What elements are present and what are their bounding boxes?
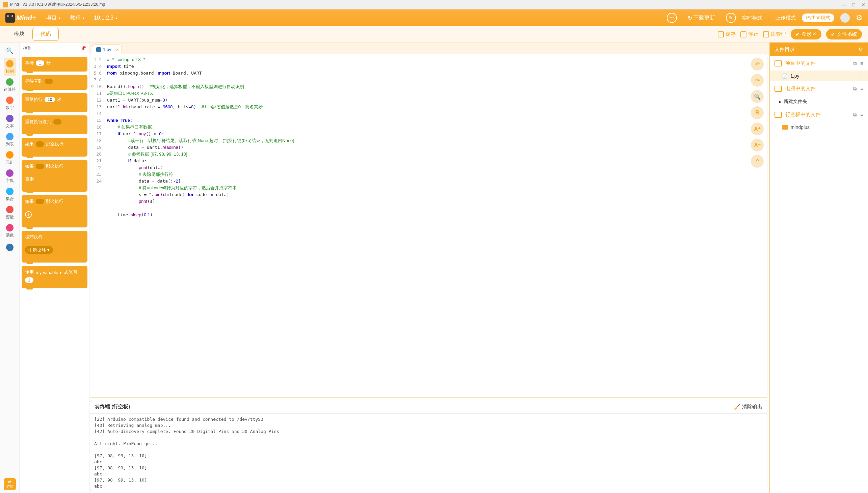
menu-tutorial[interactable]: 教程 bbox=[65, 15, 89, 22]
close-window-button[interactable]: ✕ bbox=[861, 2, 865, 7]
save-button[interactable]: 保存 bbox=[718, 31, 736, 38]
rail-item-列表[interactable]: 列表 bbox=[4, 131, 16, 149]
folder-icon bbox=[782, 125, 788, 130]
search-icon[interactable]: 🔍 bbox=[0, 45, 19, 57]
file-panel-title: 文件目录 bbox=[775, 46, 795, 52]
close-tab-icon[interactable]: × bbox=[116, 47, 119, 52]
category-rail: 🔍 控制运算符数字文本列表元组字典集合变量函数 ⇄扩展 bbox=[0, 43, 20, 493]
refresh-icon[interactable]: ⟳ bbox=[859, 46, 863, 52]
menu-icon[interactable]: ≡ bbox=[860, 86, 863, 92]
minimize-button[interactable]: — bbox=[842, 2, 846, 7]
top-menu-bar: Mind+ 项目 教程 10.1.2.3 〰 ↻ 下载更新 ✎ 实时模式 | 上… bbox=[0, 9, 868, 26]
tab-code[interactable]: 代码 bbox=[33, 28, 59, 41]
section-board-files[interactable]: 行空板中的文件 ⧉≡ bbox=[770, 107, 868, 122]
broom-icon: 🧹 bbox=[734, 404, 740, 410]
menu-project[interactable]: 项目 bbox=[41, 15, 65, 22]
save-icon bbox=[718, 31, 724, 38]
file-icon: 📄 bbox=[782, 73, 788, 79]
mode-realtime[interactable]: 实时模式 bbox=[742, 15, 762, 21]
add-file-icon[interactable]: ⧉ bbox=[853, 60, 857, 66]
editor-tool-3[interactable]: B bbox=[751, 106, 764, 119]
file-more-icon[interactable]: ⋮ bbox=[859, 73, 863, 79]
editor-tool-5[interactable]: A⁻ bbox=[751, 139, 764, 151]
mode-upload[interactable]: 上传模式 bbox=[776, 15, 796, 21]
rail-item-控制[interactable]: 控制 bbox=[4, 58, 16, 76]
menu-icon[interactable]: ≡ bbox=[860, 60, 863, 66]
app-logo: Mind+ bbox=[5, 13, 36, 23]
block-item[interactable]: 如果那么执行+ bbox=[22, 195, 87, 228]
rail-item-元组[interactable]: 元组 bbox=[4, 149, 16, 167]
file-directory-panel: 文件目录⟳ 项目中的文件 ⧉≡ 📄 1.py ⋮ 电脑中的文件 ⧉≡ ▸ 新建文… bbox=[769, 43, 868, 493]
window-title: Mind+ V1.8.0 RC1.0 新建项目-2024/6/5-12:33:2… bbox=[10, 2, 105, 7]
add-file-icon[interactable]: ⧉ bbox=[853, 112, 857, 118]
maximize-button[interactable]: □ bbox=[852, 2, 855, 7]
folder-mindplus[interactable]: mindplus bbox=[770, 122, 868, 133]
logo-text: Mind+ bbox=[16, 14, 36, 22]
app-icon bbox=[3, 2, 8, 7]
block-item[interactable]: 使用my variable ▾从范围1 bbox=[22, 266, 87, 288]
editor-tabbar: 1.py × bbox=[90, 43, 769, 54]
block-item[interactable]: 等待直到 bbox=[22, 75, 87, 90]
board-icon bbox=[775, 112, 782, 118]
editor-tool-1[interactable]: ↷ bbox=[751, 74, 764, 87]
terminal-icon: ⌘ bbox=[95, 404, 100, 410]
gear-icon[interactable]: ⚙ bbox=[856, 14, 863, 22]
window-titlebar: Mind+ V1.8.0 RC1.0 新建项目-2024/6/5-12:33:2… bbox=[0, 0, 868, 9]
file-tab-label: 1.py bbox=[103, 47, 111, 52]
editor-tool-6[interactable]: ⌃ bbox=[751, 155, 764, 168]
stop-icon bbox=[740, 31, 746, 38]
block-item[interactable]: 如果那么执行否则 bbox=[22, 160, 87, 192]
sub-new-folder[interactable]: ▸ 新建文件夹 bbox=[770, 96, 868, 107]
menu-ip[interactable]: 10.1.2.3 bbox=[89, 15, 122, 21]
tab-blocks[interactable]: 模块 bbox=[6, 28, 33, 41]
pin-icon[interactable]: 📌 bbox=[80, 46, 86, 51]
rail-item-数字[interactable]: 数字 bbox=[4, 94, 16, 113]
block-item[interactable]: 等待1秒 bbox=[22, 57, 87, 71]
section-project-files[interactable]: 项目中的文件 ⧉≡ bbox=[770, 56, 868, 70]
editor-tool-2[interactable]: 🔍 bbox=[751, 90, 764, 103]
block-item[interactable]: 循环执行中断循环 ▾ bbox=[22, 231, 87, 262]
editor-tool-0[interactable]: ↶ bbox=[751, 58, 764, 70]
block-item[interactable]: 重复执行10次 bbox=[22, 93, 87, 112]
folder-icon bbox=[775, 60, 782, 66]
avatar[interactable] bbox=[840, 13, 850, 23]
editor-tool-4[interactable]: A⁺ bbox=[751, 123, 764, 135]
terminal-panel: ⌘ 终端 (行空板) 🧹清除输出 [22] Arduino compatible… bbox=[90, 400, 767, 491]
terminal-output[interactable]: [22] Arduino compatible device found and… bbox=[90, 414, 767, 491]
window-controls: — □ ✕ bbox=[842, 2, 865, 7]
download-update-button[interactable]: ↻ 下载更新 bbox=[683, 15, 720, 22]
section-computer-files[interactable]: 电脑中的文件 ⧉≡ bbox=[770, 81, 868, 96]
rail-item-函数[interactable]: 函数 bbox=[4, 222, 16, 240]
rail-item-文本[interactable]: 文本 bbox=[4, 113, 16, 131]
code-editor[interactable]: 1 2 3 4 5 6 7 8 9 10 11 12 13 14 15 16 1… bbox=[90, 54, 767, 398]
block-item[interactable]: 如果那么执行 bbox=[22, 138, 87, 156]
clear-output-button[interactable]: 🧹清除输出 bbox=[734, 404, 762, 410]
extend-button[interactable]: ⇄扩展 bbox=[4, 478, 16, 490]
terminal-title: 终端 (行空板) bbox=[100, 404, 130, 410]
python-file-icon bbox=[96, 47, 101, 52]
secondary-toolbar: 模块 代码 保存 停止 库管理 ✔ 图形区 ✔ 文件系统 bbox=[0, 26, 868, 43]
menu-icon[interactable]: ≡ bbox=[860, 112, 863, 118]
stop-button[interactable]: 停止 bbox=[740, 31, 758, 38]
rail-item-变量[interactable]: 变量 bbox=[4, 204, 16, 222]
block-panel-title: 控制 bbox=[23, 45, 33, 51]
edit-icon[interactable]: ✎ bbox=[726, 13, 736, 23]
rail-item-运算符[interactable]: 运算符 bbox=[4, 76, 16, 94]
rail-python[interactable] bbox=[0, 242, 19, 253]
lib-button[interactable]: 库管理 bbox=[763, 31, 786, 38]
logo-icon bbox=[5, 13, 15, 23]
block-item[interactable]: 重复执行直到 bbox=[22, 115, 87, 134]
block-panel: 控制📌 等待1秒等待直到重复执行10次重复执行直到如果那么执行如果那么执行否则如… bbox=[20, 43, 90, 493]
computer-icon bbox=[775, 86, 782, 92]
add-file-icon[interactable]: ⧉ bbox=[853, 86, 857, 92]
rail-item-集合[interactable]: 集合 bbox=[4, 186, 16, 204]
lib-icon bbox=[763, 31, 769, 38]
mode-python[interactable]: Python模式 bbox=[802, 14, 834, 22]
file-item-1py[interactable]: 📄 1.py ⋮ bbox=[770, 70, 868, 81]
file-system-button[interactable]: ✔ 文件系统 bbox=[826, 29, 862, 40]
file-tab[interactable]: 1.py × bbox=[92, 45, 122, 54]
rail-item-字典[interactable]: 字典 bbox=[4, 167, 16, 186]
graph-area-button[interactable]: ✔ 图形区 bbox=[791, 29, 821, 40]
monitor-icon[interactable]: 〰 bbox=[667, 13, 677, 23]
